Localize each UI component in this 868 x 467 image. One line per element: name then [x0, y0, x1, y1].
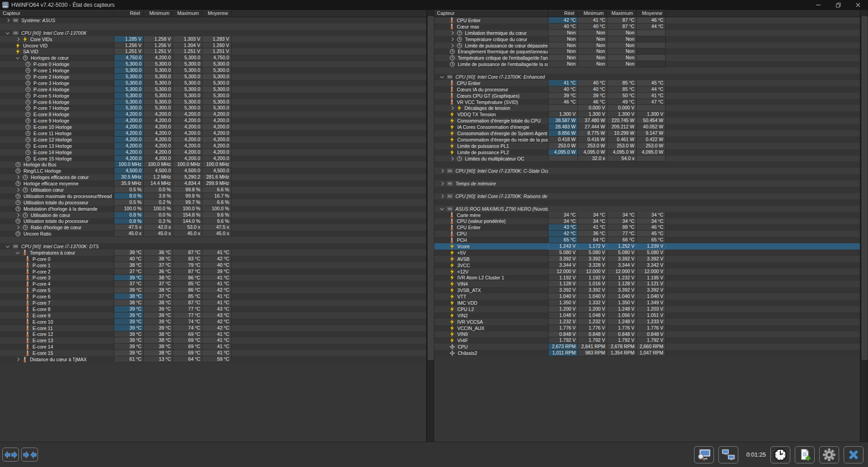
column-header-reel[interactable]: Réel — [114, 10, 143, 17]
sensor-row[interactable]: P-core 638 °C37 °C85 °C41 °C — [0, 293, 426, 300]
sensor-row[interactable]: E-core 9 Horloge4,200.0 MHz4,200.0 MHz4,… — [0, 118, 426, 124]
left-panel-scrollbar[interactable] — [427, 10, 434, 442]
expand-chevron-icon[interactable] — [450, 31, 454, 34]
sensor-row[interactable]: Horloge efficace moyenne35.9 MHz14.4 MHz… — [0, 180, 426, 187]
sensor-row[interactable]: Limites du multiplicateur OC32.0 x54.0 x — [434, 156, 860, 162]
sensor-row[interactable]: IVR Atom L2 Cluster 11.192 V1.192 V1.232… — [434, 275, 860, 281]
sensor-row[interactable]: E-core 1539 °C38 °C69 °C41 °C — [0, 350, 426, 356]
sensor-row[interactable]: E-core 8 Horloge4,200.0 MHz4,200.0 MHz4,… — [0, 111, 426, 118]
sensor-row[interactable]: E-core 839 °C39 °C77 °C43 °C — [0, 306, 426, 312]
collapse-chevron-icon[interactable] — [16, 56, 19, 59]
expand-chevron-icon[interactable] — [450, 106, 454, 110]
sensor-row[interactable]: Cœur max40 °C40 °C87 °C44 °C — [434, 24, 860, 30]
close-sensors-button[interactable] — [844, 446, 863, 463]
sensor-row[interactable]: P-core 539 °C38 °C86 °C42 °C — [0, 287, 426, 293]
sensor-row[interactable]: 3VSB_ATX3.392 V3.392 V3.392 V3.392 V — [434, 287, 860, 293]
sensor-row[interactable]: VIN21.048 V1.048 V1.056 V1.051 V — [434, 312, 860, 319]
sensor-row[interactable]: Core VIDs1.285 V1.258 V1.303 V1.283 V — [0, 36, 426, 42]
sensor-row[interactable]: VDDQ TX Tension1.300 V1.300 V1.300 V1.30… — [434, 111, 860, 118]
sensor-row[interactable]: Consommation d'énergie totale du CPU38.5… — [434, 118, 860, 124]
sensor-row[interactable]: VHIF1.792 V1.792 V1.792 V1.792 V — [434, 337, 860, 344]
report-log-button[interactable] — [795, 446, 815, 463]
sensor-row[interactable]: Carte mère34 °C34 °C34 °C34 °C — [434, 212, 860, 218]
sensor-row[interactable]: IVR VCCSA1.232 V1.232 V1.248 V1.233 V — [434, 319, 860, 325]
sensor-row[interactable]: P-core 1 Horloge5,300.0 MHz5,300.0 MHz5,… — [0, 67, 426, 74]
sensor-row[interactable]: E-core 1439 °C38 °C69 °C41 °C — [0, 344, 426, 350]
expand-chevron-icon[interactable] — [450, 156, 454, 160]
expand-chevron-icon[interactable] — [16, 175, 19, 179]
collapse-chevron-icon[interactable] — [16, 250, 19, 254]
sensor-row[interactable]: Consommation d'énergie de System Agent8.… — [434, 130, 860, 137]
sensor-row[interactable]: Décalages de tension0.000 V0.000 V — [434, 105, 860, 111]
sensor-row[interactable]: CPU Entier42 °C41 °C87 °C46 °C — [434, 17, 860, 24]
sensor-row[interactable]: Limite de puissance PL24,095.0 W4,095.0 … — [434, 149, 860, 156]
sensor-row[interactable]: P-core 339 °C38 °C86 °C41 °C — [0, 275, 426, 281]
column-header-moyenne[interactable]: Moyenne — [636, 10, 666, 17]
column-header-maximum[interactable]: Maximum — [173, 10, 202, 17]
expand-chevron-icon[interactable] — [16, 213, 19, 217]
sensor-row[interactable]: Étranglement thermique de paquet/anneauN… — [434, 48, 860, 55]
sensor-row[interactable]: IMC VDD1.350 V1.332 V1.350 V1.349 V — [434, 300, 860, 306]
section-header-row[interactable]: CPU [#0]: Intel Core i7-13700K: C-State … — [434, 168, 860, 174]
sensor-row[interactable]: Ring/LLC Horloge4,500.0 MHz4,500.0 MHz4,… — [0, 168, 426, 174]
sensor-row[interactable]: AVSB3.392 V3.392 V3.392 V3.392 V — [434, 256, 860, 262]
right-panel-scrollbar[interactable] — [860, 10, 868, 442]
sensor-row[interactable]: E-core 939 °C39 °C77 °C43 °C — [0, 312, 426, 319]
collapse-chevron-icon[interactable] — [6, 244, 9, 248]
column-header-minimum[interactable]: Minimum — [143, 10, 173, 17]
sensor-row[interactable]: Température critique du cœurNonNonNon — [434, 36, 860, 42]
sensor-row[interactable]: PCH65 °C64 °C66 °C65 °C — [434, 237, 860, 243]
sensor-row[interactable]: Distance du cœur à TjMAX61 °C13 °C64 °C5… — [0, 356, 426, 363]
section-header-row[interactable]: CPU [#0]: Intel Core i7-13700K: Raisons … — [434, 193, 860, 199]
sensor-row[interactable]: Température critique de l'emballage/de l… — [434, 55, 860, 61]
sensor-row[interactable]: P-core 738 °C38 °C87 °C41 °C — [0, 300, 426, 306]
sensor-row[interactable]: Utilisation cœur0.5 %0.0 %99.8 %6.6 % — [0, 187, 426, 193]
expand-chevron-icon[interactable] — [6, 19, 9, 22]
sensor-row[interactable]: P-core 237 °C36 °C87 °C39 °C — [0, 269, 426, 275]
minimize-button[interactable] — [808, 0, 828, 10]
sensor-row[interactable]: Utilisation totale du processeur0.5 %0.2… — [0, 199, 426, 206]
column-header-capteur[interactable]: Capteur — [0, 10, 114, 17]
sensor-row[interactable]: VIN90.848 V0.848 V0.848 V0.848 V — [434, 331, 860, 338]
sensor-row[interactable]: Limite de puissance de cœur dépasséeNonN… — [434, 42, 860, 49]
sensor-row[interactable]: P-core 3 Horloge5,300.0 MHz5,300.0 MHz5,… — [0, 80, 426, 86]
sensor-row[interactable]: E-core 13 Horloge4,200.0 MHz4,200.0 MHz4… — [0, 143, 426, 149]
sensor-row[interactable]: P-core 138 °C37 °C79 °C40 °C — [0, 262, 426, 269]
sensor-row[interactable]: VTT1.040 V1.040 V1.040 V1.040 V — [434, 293, 860, 300]
column-header-moyenne[interactable]: Moyenne — [202, 10, 231, 17]
section-header-row[interactable]: Temps de mémoire — [434, 180, 860, 187]
column-header-minimum[interactable]: Minimum — [577, 10, 607, 17]
collapse-columns-button[interactable] — [21, 448, 38, 462]
remote-monitoring-button[interactable] — [718, 446, 738, 463]
sensor-row[interactable]: Cœurs CPU GT (Graphiques)39 °C39 °C50 °C… — [434, 93, 860, 99]
sensor-row[interactable]: P-core 7 Horloge5,300.0 MHz5,300.0 MHz5,… — [0, 105, 426, 111]
expand-chevron-icon[interactable] — [16, 188, 19, 192]
sensor-row[interactable]: CPU Entier43 °C41 °C88 °C46 °C — [434, 224, 860, 231]
close-button[interactable] — [848, 0, 868, 10]
left-scrollbar-thumb[interactable] — [428, 16, 434, 360]
sensor-row[interactable]: Limitation thermique du cœurNonNonNon — [434, 30, 860, 36]
sensor-row[interactable]: P-core 0 Horloge5,300.0 MHz5,300.0 MHz5,… — [0, 61, 426, 67]
sensor-row[interactable]: P-core 437 °C37 °C85 °C41 °C — [0, 281, 426, 287]
column-header-capteur[interactable]: Capteur — [434, 10, 548, 17]
sensor-row[interactable]: Horloge du Bus100.0 MHz100.0 MHz100.0 MH… — [0, 161, 426, 168]
sensor-row[interactable]: P-core 6 Horloge5,300.0 MHz5,300.0 MHz5,… — [0, 99, 426, 105]
collapse-chevron-icon[interactable] — [6, 30, 9, 34]
sensor-row[interactable]: Limite de puissance de l'emballage/de la… — [434, 61, 860, 67]
sensor-row[interactable]: P-core 4 Horloge5,300.0 MHz5,300.0 MHz5,… — [0, 86, 426, 93]
right-scrollbar-thumb[interactable] — [862, 16, 868, 360]
sensor-row[interactable]: +5V5.080 V5.080 V5.080 V5.080 V — [434, 250, 860, 256]
settings-button[interactable] — [819, 446, 839, 463]
sensor-row[interactable]: VIN41.128 V1.016 V1.128 V1.121 V — [434, 281, 860, 287]
sensor-row[interactable]: E-core 15 Horloge4,200.0 MHz4,200.0 MHz4… — [0, 156, 426, 162]
sensor-row[interactable]: E-core 1039 °C39 °C74 °C42 °C — [0, 319, 426, 325]
sensor-row[interactable]: Températures à cœur39 °C36 °C87 °C41 °C — [0, 250, 426, 256]
column-header-maximum[interactable]: Maximum — [607, 10, 636, 17]
expand-chevron-icon[interactable] — [16, 226, 19, 229]
sensor-row[interactable]: Modulation d'horloge à la demande100.0 %… — [0, 206, 426, 212]
sensor-row[interactable]: Limite de puissance PL1253.0 W253.0 W253… — [434, 143, 860, 149]
sensor-row[interactable]: E-core 10 Horloge4,200.0 MHz4,200.0 MHz4… — [0, 124, 426, 130]
section-header-row[interactable]: ASUS ROG MAXIMUS Z790 HERO (Nuvoton NCT6… — [434, 206, 860, 212]
sensor-row[interactable]: Uncore VID1.256 V1.256 V1.304 V1.260 V — [0, 42, 426, 49]
sensor-row[interactable]: CPU2,673 RPM2,641 RPM2,678 RPM2,660 RPM — [434, 344, 860, 350]
